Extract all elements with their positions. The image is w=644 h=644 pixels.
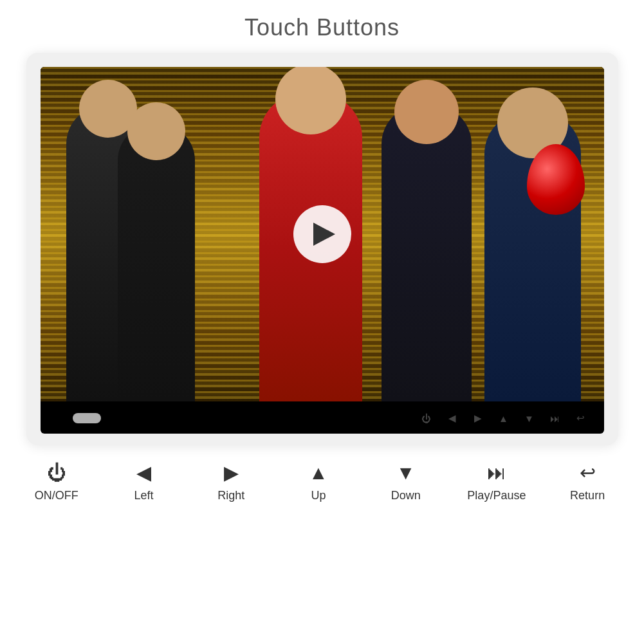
up-label: Up [311,489,326,502]
next-button-inline[interactable]: ⏭ [545,408,566,428]
screen: ⏻ ◀ ▶ ▲ ▼ ⏭ ↩ [41,67,604,434]
down-label: Down [391,489,421,502]
power-icon: ⏻ [47,463,66,483]
legend-down: ▼ Down [380,463,432,502]
legend-return: ↩ Return [562,463,613,502]
return-label: Return [570,489,605,502]
right-icon: ▶ [224,463,239,483]
legend-left: ◀ Left [118,463,170,502]
photo-display [41,67,604,401]
play-button-overlay[interactable] [293,205,351,263]
person-2 [118,125,195,401]
play-pause-icon: ⏭ [487,463,506,483]
page-title: Touch Buttons [244,14,400,41]
play-triangle-icon [313,223,335,246]
legend-play-pause: ⏭ Play/Pause [467,463,526,502]
sensor-indicator [73,413,101,423]
device-controls-bar: ⏻ ◀ ▶ ▲ ▼ ⏭ ↩ [41,401,604,434]
legend-power: ⏻ ON/OFF [31,463,82,502]
power-button-inline[interactable]: ⏻ [416,408,437,428]
down-icon: ▼ [396,463,416,483]
left-icon: ◀ [136,463,151,483]
return-button-inline[interactable]: ↩ [571,408,591,428]
play-button-inline[interactable]: ▶ [468,408,488,428]
down-button-inline[interactable]: ▼ [519,408,540,428]
left-button-inline[interactable]: ◀ [442,408,463,428]
return-icon: ↩ [580,463,596,483]
device-frame: ⏻ ◀ ▶ ▲ ▼ ⏭ ↩ [26,53,618,445]
up-button-inline[interactable]: ▲ [493,408,514,428]
up-icon: ▲ [309,463,328,483]
left-label: Left [134,489,154,502]
button-legend: ⏻ ON/OFF ◀ Left ▶ Right ▲ Up ▼ Down ⏭ Pl… [0,445,644,509]
power-label: ON/OFF [35,489,78,502]
person-4 [382,106,472,401]
legend-up: ▲ Up [293,463,344,502]
play-pause-label: Play/Pause [467,489,526,502]
legend-right: ▶ Right [205,463,257,502]
right-label: Right [217,489,244,502]
